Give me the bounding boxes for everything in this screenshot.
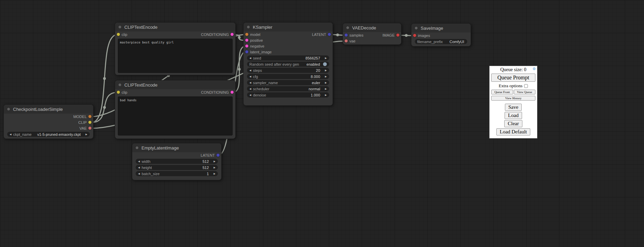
comfy-menu-panel: Queue size: 0 ⚙ Queue Prompt Extra optio…: [489, 66, 537, 139]
slot-dot-vae-input[interactable]: [345, 39, 348, 42]
width-widget[interactable]: ◀ width 512 ▶: [136, 159, 218, 164]
node-vae-decode[interactable]: VAEDecode samples IMAGE vae: [343, 23, 401, 45]
node-title: KSampler: [253, 25, 272, 30]
stepper-right-icon[interactable]: ▶: [325, 57, 327, 59]
queue-front-button[interactable]: Queue Front: [491, 90, 513, 94]
node-clip-text-encode-positive[interactable]: CLIPTextEncode clip CONDITIONING masterp…: [115, 22, 236, 75]
save-button[interactable]: Save: [505, 104, 522, 111]
node-collapse-dot[interactable]: [118, 83, 122, 87]
graph-canvas[interactable]: CheckpointLoaderSimple MODEL CLIP VAE ◀ …: [0, 0, 644, 247]
load-default-button[interactable]: Load Default: [496, 128, 531, 135]
seed-widget[interactable]: ◀ seed 8566257 ▶: [247, 55, 329, 61]
node-empty-latent-image[interactable]: EmptyLatentImage LATENT ◀ width 512 ▶ ◀ …: [132, 143, 222, 180]
stepper-left-icon[interactable]: ◀: [249, 88, 251, 90]
node-ksampler[interactable]: KSampler model LATENT positive negative …: [243, 22, 333, 106]
node-collapse-dot[interactable]: [135, 146, 139, 150]
slot-dot-latent-image-input[interactable]: [245, 50, 248, 53]
cfg-widget[interactable]: ◀ cfg 8.000 ▶: [247, 74, 329, 79]
node-title-bar[interactable]: EmptyLatentImage: [132, 143, 221, 152]
stepper-left-icon[interactable]: ◀: [249, 94, 251, 96]
clear-button[interactable]: Clear: [504, 120, 522, 127]
output-slot-vae[interactable]: VAE: [79, 126, 91, 130]
slot-dot-images-input[interactable]: [413, 34, 416, 37]
node-collapse-dot[interactable]: [7, 107, 10, 111]
slot-dot-conditioning[interactable]: [231, 91, 234, 94]
slot-dot-clip-input[interactable]: [117, 33, 120, 36]
view-queue-button[interactable]: View Queue: [514, 90, 536, 94]
widget-label: Random seed after every gen: [249, 62, 299, 66]
node-collapse-dot[interactable]: [346, 26, 349, 29]
settings-gear-icon[interactable]: ⚙: [532, 67, 536, 71]
slot-dot-latent[interactable]: [328, 33, 331, 36]
stepper-right-icon[interactable]: ▶: [86, 133, 87, 135]
queue-prompt-button[interactable]: Queue Prompt: [491, 74, 535, 82]
view-history-button[interactable]: View History: [491, 96, 535, 101]
node-clip-text-encode-negative[interactable]: CLIPTextEncode clip CONDITIONING bad han…: [115, 80, 236, 139]
slot-dot-negative-input[interactable]: [245, 44, 248, 48]
slot-dot-model-input[interactable]: [245, 33, 248, 36]
output-slot-latent[interactable]: LATENT: [312, 32, 331, 37]
scheduler-widget[interactable]: ◀ scheduler normal ▶: [247, 86, 329, 91]
node-title-bar[interactable]: KSampler: [244, 23, 333, 31]
stepper-right-icon[interactable]: ▶: [214, 166, 215, 169]
slot-dot-latent[interactable]: [216, 154, 220, 157]
slot-dot-vae[interactable]: [88, 127, 91, 130]
stepper-left-icon[interactable]: ◀: [138, 172, 140, 175]
stepper-left-icon[interactable]: ◀: [249, 57, 251, 59]
ckpt-name-widget[interactable]: ◀ ckpt_name v1-5-pruned-emaonly.ckpt ▶: [7, 132, 90, 137]
filename-prefix-widget[interactable]: filename_prefix ComfyUI: [415, 39, 467, 44]
slot-dot-image[interactable]: [396, 34, 399, 37]
stepper-left-icon[interactable]: ◀: [249, 81, 251, 84]
widget-label: batch_size: [141, 172, 160, 176]
input-label: positive: [250, 38, 263, 42]
slot-dot-samples-input[interactable]: [345, 34, 348, 37]
output-slot-conditioning[interactable]: CONDITIONING: [201, 90, 234, 94]
stepper-right-icon[interactable]: ▶: [325, 69, 327, 72]
node-title-bar[interactable]: CheckpointLoaderSimple: [4, 105, 93, 114]
extra-options-checkbox[interactable]: [524, 84, 528, 88]
output-slot-conditioning[interactable]: CONDITIONING: [201, 32, 234, 37]
output-slot-model[interactable]: MODEL: [73, 115, 91, 119]
node-save-image[interactable]: SaveImage images filename_prefix ComfyUI: [411, 23, 471, 47]
stepper-right-icon[interactable]: ▶: [325, 94, 327, 96]
stepper-left-icon[interactable]: ◀: [138, 160, 140, 162]
menu-drag-header[interactable]: Queue size: 0 ⚙: [491, 67, 535, 73]
sampler-name-widget[interactable]: ◀ sampler_name euler ▶: [247, 80, 329, 85]
node-title-bar[interactable]: CLIPTextEncode: [115, 80, 235, 89]
toggle-knob-icon[interactable]: [323, 62, 327, 66]
height-widget[interactable]: ◀ height 512 ▶: [136, 165, 218, 170]
node-title: SaveImage: [421, 26, 443, 31]
slot-dot-conditioning[interactable]: [231, 33, 234, 36]
slot-dot-clip[interactable]: [88, 121, 91, 124]
stepper-left-icon[interactable]: ◀: [249, 69, 251, 72]
random-seed-toggle-widget[interactable]: Random seed after every gen enabled: [247, 62, 329, 67]
stepper-left-icon[interactable]: ◀: [249, 75, 251, 78]
load-button[interactable]: Load: [505, 112, 522, 119]
negative-prompt-textarea[interactable]: bad hands: [118, 96, 233, 135]
stepper-left-icon[interactable]: ◀: [138, 166, 140, 169]
widget-value: ComfyUI: [449, 40, 464, 44]
slot-dot-model[interactable]: [88, 115, 91, 118]
node-title-bar[interactable]: SaveImage: [411, 24, 471, 32]
batch-size-widget[interactable]: ◀ batch_size 1 ▶: [136, 171, 218, 176]
slot-dot-positive-input[interactable]: [245, 39, 248, 42]
slot-dot-clip-input[interactable]: [117, 91, 120, 94]
node-collapse-dot[interactable]: [414, 26, 418, 30]
node-title-bar[interactable]: CLIPTextEncode: [115, 23, 235, 31]
output-slot-image[interactable]: IMAGE: [383, 33, 399, 37]
output-slot-clip[interactable]: CLIP: [78, 120, 91, 125]
node-checkpoint-loader[interactable]: CheckpointLoaderSimple MODEL CLIP VAE ◀ …: [3, 104, 94, 139]
stepper-left-icon[interactable]: ◀: [10, 133, 11, 135]
stepper-right-icon[interactable]: ▶: [214, 160, 215, 162]
node-collapse-dot[interactable]: [247, 25, 250, 29]
node-title-bar[interactable]: VAEDecode: [343, 23, 401, 32]
node-collapse-dot[interactable]: [118, 25, 122, 29]
stepper-right-icon[interactable]: ▶: [325, 75, 327, 78]
denoise-widget[interactable]: ◀ denoise 1.000 ▶: [247, 92, 329, 98]
stepper-right-icon[interactable]: ▶: [325, 81, 327, 84]
stepper-right-icon[interactable]: ▶: [325, 88, 327, 90]
stepper-right-icon[interactable]: ▶: [214, 172, 215, 175]
steps-widget[interactable]: ◀ steps 20 ▶: [247, 68, 329, 73]
positive-prompt-textarea[interactable]: masterpiece best quality girl: [118, 39, 233, 73]
output-slot-latent[interactable]: LATENT: [201, 153, 220, 157]
